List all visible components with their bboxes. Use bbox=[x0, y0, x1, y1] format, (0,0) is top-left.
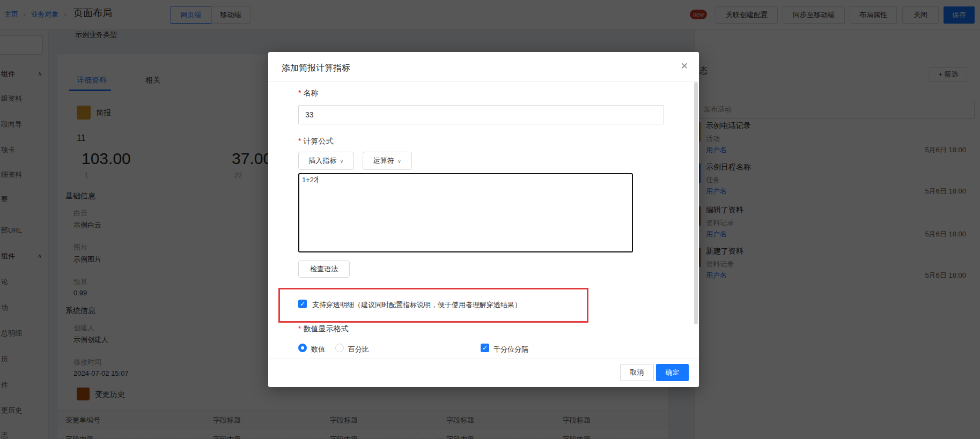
radio-percent[interactable] bbox=[335, 344, 344, 352]
radio-percent-label: 百分比 bbox=[348, 345, 369, 354]
text-cursor bbox=[318, 176, 318, 183]
dialog-title: 添加简报计算指标 bbox=[282, 63, 350, 74]
divider bbox=[268, 359, 699, 359]
cancel-button[interactable]: 取消 bbox=[620, 364, 654, 381]
chevron-down-icon: ∨ bbox=[340, 158, 343, 164]
confirm-button[interactable]: 确定 bbox=[656, 364, 689, 381]
name-field-label: *名称 bbox=[298, 88, 318, 98]
check-syntax-button[interactable]: 检查语法 bbox=[298, 261, 350, 278]
metric-name-input[interactable] bbox=[298, 105, 664, 124]
formula-textarea[interactable]: 1+22 bbox=[298, 173, 633, 252]
modal-scrollbar-thumb[interactable] bbox=[694, 82, 698, 324]
divider bbox=[268, 81, 699, 81]
add-report-metric-dialog: 添加简报计算指标 ✕ *名称 *计算公式 插入指标∨ 运算符∨ 1+22 检查语… bbox=[268, 52, 699, 387]
insert-metric-dropdown[interactable]: 插入指标∨ bbox=[298, 152, 354, 170]
required-asterisk: * bbox=[298, 88, 301, 97]
operator-dropdown[interactable]: 运算符∨ bbox=[363, 152, 412, 170]
thousands-separator-checkbox[interactable]: ✓ bbox=[481, 344, 489, 352]
drill-through-label: 支持穿透明细（建议同时配置指标说明，便于使用者理解穿透结果） bbox=[312, 300, 521, 310]
chevron-down-icon: ∨ bbox=[397, 158, 401, 164]
radio-number[interactable] bbox=[298, 344, 307, 352]
formula-field-label: *计算公式 bbox=[298, 137, 333, 146]
close-icon[interactable]: ✕ bbox=[681, 61, 688, 72]
page: 主页 › 业务对象 › 页面布局 网页端 移动端 new 关联创建配置 同步至移… bbox=[0, 0, 980, 439]
thousands-separator-label: 千分位分隔 bbox=[493, 345, 528, 354]
required-asterisk: * bbox=[298, 137, 301, 145]
required-asterisk: * bbox=[298, 324, 301, 333]
radio-number-label: 数值 bbox=[311, 345, 325, 354]
formula-text: 1+22 bbox=[302, 176, 318, 184]
number-format-label: *数值显示格式 bbox=[298, 324, 348, 334]
drill-through-checkbox[interactable]: ✓ bbox=[298, 300, 307, 308]
